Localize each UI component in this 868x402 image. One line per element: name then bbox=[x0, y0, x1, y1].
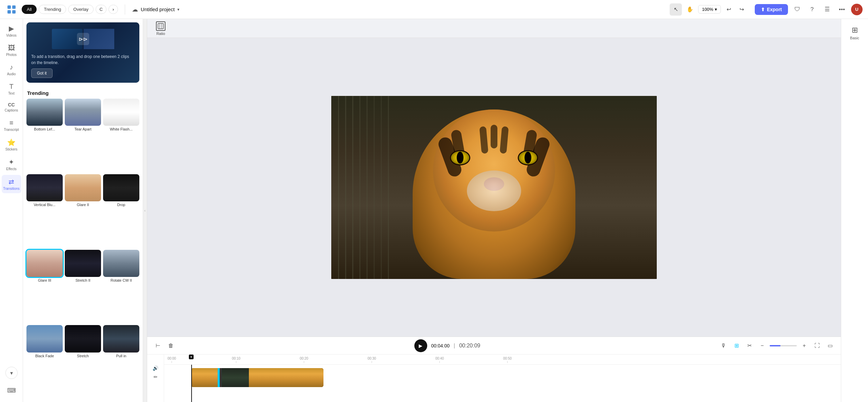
help-icon-btn[interactable]: ? bbox=[806, 4, 818, 15]
playhead[interactable] bbox=[191, 365, 192, 402]
thumb-label: Stretch bbox=[65, 354, 101, 358]
got-it-button[interactable]: Got it bbox=[31, 68, 53, 78]
fullscreen-btn[interactable]: ⛶ bbox=[812, 340, 823, 351]
keyboard-shortcut-btn[interactable]: ⌨ bbox=[5, 384, 18, 397]
export-button[interactable]: ⬆ Export bbox=[755, 4, 788, 15]
select-tool-btn[interactable]: ↖ bbox=[670, 3, 682, 16]
canvas-viewport bbox=[147, 38, 841, 337]
filter-overlay[interactable]: Overlay bbox=[68, 5, 94, 14]
clip-frame bbox=[276, 368, 303, 387]
sidebar-label-audio: Audio bbox=[7, 72, 16, 76]
photos-icon: 🖼 bbox=[8, 44, 15, 52]
list-item[interactable]: Vertical Blu... bbox=[26, 174, 63, 248]
list-item[interactable]: Glare III bbox=[26, 250, 63, 323]
sidebar-item-videos[interactable]: ▶ Videos bbox=[2, 22, 21, 40]
hand-tool-btn[interactable]: ✋ bbox=[684, 3, 696, 16]
transition-preview: ⊳⊳ bbox=[31, 27, 135, 51]
undo-btn[interactable]: ↩ bbox=[723, 3, 735, 16]
info-text: To add a transition, drag and drop one b… bbox=[31, 54, 135, 66]
play-button[interactable]: ▶ bbox=[414, 339, 427, 352]
ratio-button[interactable]: Ratio bbox=[153, 19, 169, 38]
list-item[interactable]: White Flash... bbox=[103, 99, 139, 172]
panel-collapse-handle[interactable]: ‹ bbox=[143, 19, 147, 402]
stickers-icon: ⭐ bbox=[7, 138, 16, 146]
transition-center-icon[interactable]: ⊳⊳ bbox=[77, 33, 89, 45]
thumb-stretch bbox=[65, 325, 101, 352]
thumb-label: Rotate CW II bbox=[103, 278, 139, 282]
canvas-toolbar: Ratio bbox=[147, 19, 841, 38]
list-item[interactable]: Pull in bbox=[103, 325, 139, 399]
mic-btn[interactable]: 🎙 bbox=[718, 340, 729, 351]
clip-frame-img bbox=[191, 368, 218, 387]
list-item[interactable]: Bottom Lef... bbox=[26, 99, 63, 172]
timeline-right-tools: 🎙 ⊞ ✂ − + ⛶ ▭ bbox=[718, 340, 835, 351]
ruler-mark-1: 00:10 bbox=[232, 357, 240, 363]
sidebar-item-audio[interactable]: ♪ Audio bbox=[2, 61, 21, 79]
svg-rect-3 bbox=[12, 10, 16, 14]
basic-button[interactable]: ⊞ Basic bbox=[847, 22, 862, 43]
more-icon-btn[interactable]: ••• bbox=[836, 4, 848, 15]
list-item[interactable]: Tear Apart bbox=[65, 99, 101, 172]
filter-all[interactable]: All bbox=[22, 5, 37, 14]
list-item[interactable]: Glare II bbox=[65, 174, 101, 248]
sidebar-item-effects[interactable]: ✦ Effects bbox=[2, 155, 21, 174]
svg-rect-4 bbox=[158, 23, 163, 29]
filter-trending[interactable]: Trending bbox=[39, 5, 66, 14]
canvas-area: Ratio bbox=[147, 19, 841, 402]
text-icon: T bbox=[9, 83, 13, 91]
project-title[interactable]: Untitled project bbox=[141, 6, 175, 12]
video-clip[interactable] bbox=[191, 368, 323, 387]
thumb-label: Stretch II bbox=[65, 278, 101, 282]
zoom-control[interactable]: 100% ▾ bbox=[698, 5, 721, 14]
cut-btn[interactable]: ✂ bbox=[744, 340, 755, 351]
captions-timeline-btn[interactable]: ▭ bbox=[825, 340, 835, 351]
avatar[interactable]: U bbox=[851, 4, 863, 15]
filter-c[interactable]: C bbox=[96, 5, 106, 14]
sidebar-item-captions[interactable]: CC Captions bbox=[2, 99, 21, 115]
thumb-glare-2 bbox=[65, 174, 101, 201]
thumb-label: Tear Apart bbox=[65, 127, 101, 131]
logo[interactable] bbox=[5, 3, 18, 16]
transitions-grid: Bottom Lef... Tear Apart White Flash... … bbox=[23, 99, 143, 402]
shield-icon-btn[interactable]: 🛡 bbox=[791, 4, 803, 15]
zoom-out-btn[interactable]: − bbox=[757, 340, 768, 351]
zoom-value: 100% bbox=[702, 7, 713, 12]
list-item[interactable]: Stretch bbox=[65, 325, 101, 399]
sidebar-item-transitions[interactable]: ⇄ Transitions bbox=[2, 175, 21, 193]
edit-pencil-icon[interactable]: ✏ bbox=[154, 374, 158, 380]
split-tool-btn[interactable]: ⊢ bbox=[153, 340, 163, 351]
thumb-label: Drop bbox=[103, 203, 139, 207]
thumb-vertical-blur bbox=[26, 174, 63, 201]
zoom-slider[interactable] bbox=[770, 345, 797, 346]
thumb-label: Vertical Blu... bbox=[26, 203, 63, 207]
sidebar-item-photos[interactable]: 🖼 Photos bbox=[2, 41, 21, 59]
list-item[interactable]: Rotate CW II bbox=[103, 250, 139, 323]
redo-btn[interactable]: ↪ bbox=[736, 3, 748, 16]
thumb-pull-in bbox=[103, 325, 139, 352]
timeline-main: ▼ 00:00 00:10 00:20 bbox=[164, 355, 841, 402]
sidebar-collapse-btn[interactable]: ▾ bbox=[5, 367, 18, 379]
clip-frame bbox=[191, 368, 218, 387]
filter-chevron[interactable]: › bbox=[108, 5, 118, 14]
zoom-chevron-icon: ▾ bbox=[715, 7, 717, 12]
project-chevron-icon[interactable]: ▾ bbox=[177, 7, 179, 12]
list-item[interactable]: Drop bbox=[103, 174, 139, 248]
basic-icon: ⊞ bbox=[852, 26, 858, 35]
sidebar-item-text[interactable]: T Text bbox=[2, 80, 21, 98]
sidebar-item-stickers[interactable]: ⭐ Stickers bbox=[2, 136, 21, 154]
timeline-ruler-area: 🔊 ✏ ▼ 00:00 bbox=[147, 355, 841, 402]
list-item[interactable]: Stretch II bbox=[65, 250, 101, 323]
project-area: ☁ Untitled project ▾ bbox=[132, 6, 666, 13]
delete-tool-btn[interactable]: 🗑 bbox=[165, 340, 176, 351]
video-track bbox=[167, 367, 841, 388]
magic-btn[interactable]: ⊞ bbox=[731, 340, 742, 351]
settings-icon-btn[interactable]: ☰ bbox=[821, 4, 833, 15]
transitions-icon: ⇄ bbox=[8, 178, 14, 186]
list-item[interactable]: Black Fade bbox=[26, 325, 63, 399]
volume-icon[interactable]: 🔊 bbox=[153, 365, 158, 371]
transition-info-box: ⊳⊳ To add a transition, drag and drop on… bbox=[26, 22, 139, 83]
zoom-in-btn[interactable]: + bbox=[799, 340, 810, 351]
sidebar-item-transcript[interactable]: ≡ Transcript bbox=[2, 116, 21, 134]
timeline-left-tools: ⊢ 🗑 bbox=[153, 340, 176, 351]
timeline-track-sidebar: 🔊 ✏ bbox=[147, 355, 164, 402]
